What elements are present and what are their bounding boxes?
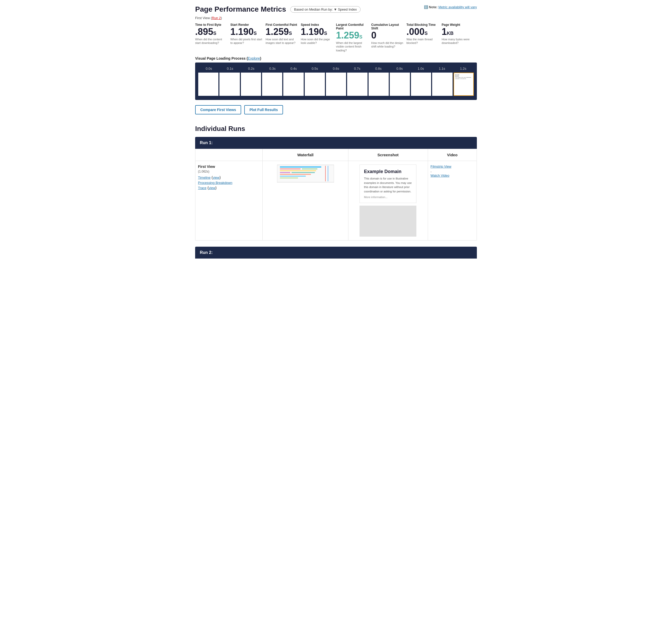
- run-1-table: Waterfall Screenshot Video First View (1…: [195, 149, 477, 241]
- col-header-waterfall: Waterfall: [262, 149, 348, 161]
- explore-link[interactable]: Explore: [248, 56, 260, 60]
- compare-row: Compare First Views Plot Full Results: [195, 105, 477, 114]
- filmstrip-frame[interactable]: [432, 72, 452, 96]
- filmstrip-time: 0.8s: [368, 67, 389, 70]
- screenshot-area: Example Domain This domain is for use in…: [351, 165, 425, 237]
- col-header-empty: [195, 149, 262, 161]
- filmstrip-time: 0.7s: [346, 67, 368, 70]
- example-domain-more: More information...: [364, 196, 412, 199]
- metric-speed-index: Speed Index 1.190S How soon did the page…: [301, 23, 336, 52]
- metrics-row: Time to First Byte .895S When did the co…: [195, 23, 477, 52]
- metric-first-contentful-paint: First Contentful Paint 1.259S How soon d…: [266, 23, 301, 52]
- screenshot-blank: [360, 206, 416, 237]
- filmstrip-time: 1.2s: [453, 67, 474, 70]
- metric-total-blocking-time: Total Blocking Time .000S Was the main t…: [407, 23, 442, 52]
- filmstrip-frame[interactable]: [198, 72, 218, 96]
- run-links-trace: Trace (view): [198, 186, 260, 190]
- processing-breakdown-link[interactable]: Processing Breakdown: [198, 181, 232, 185]
- filmstrip-view-link[interactable]: Filmstrip View: [430, 165, 474, 169]
- filmstrip-times: 0.0s0.1s0.2s0.3s0.4s0.5s0.6s0.7s0.8s0.9s…: [198, 67, 474, 70]
- filmstrip-time: 1.1s: [431, 67, 453, 70]
- filmstrip-time: 0.3s: [262, 67, 283, 70]
- run-2-header: Run 2:: [195, 247, 477, 259]
- filmstrip-time: 0.5s: [304, 67, 326, 70]
- trace-link[interactable]: Trace: [198, 186, 206, 190]
- metric-cumulative-layout-shift: Cumulative Layout Shift 0 How much did t…: [371, 23, 406, 52]
- example-domain-title: Example Domain: [364, 169, 412, 175]
- compare-first-views-button[interactable]: Compare First Views: [195, 105, 241, 114]
- first-view-info: First View (1.062s) Timeline (view) Proc…: [195, 161, 262, 240]
- visual-section: Visual Page Loading Process (Explore) 0.…: [195, 56, 477, 100]
- note-row: ℹ️ Note: Metric availability will vary: [424, 5, 477, 9]
- filmstrip-time: 0.2s: [241, 67, 262, 70]
- metric-page-weight: Page Weight 1KB How many bytes were down…: [442, 23, 477, 52]
- col-header-video: Video: [428, 149, 477, 161]
- median-badge: Based on Median Run by: ▼ Speed Index: [290, 6, 361, 13]
- filmstrip-frame[interactable]: [305, 72, 325, 96]
- filmstrip-frames[interactable]: ExampleDomainThis domain is for use in i…: [198, 72, 474, 96]
- filmstrip-time: 0.9s: [389, 67, 410, 70]
- col-header-screenshot: Screenshot: [348, 149, 428, 161]
- run-2: Run 2:: [195, 247, 477, 259]
- filmstrip-frame[interactable]: [262, 72, 282, 96]
- filmstrip-frame[interactable]: [283, 72, 303, 96]
- plot-full-results-button[interactable]: Plot Full Results: [244, 105, 283, 114]
- filmstrip-frame[interactable]: [241, 72, 261, 96]
- run-links-timeline: Timeline (view): [198, 175, 260, 179]
- filmstrip-time: 0.1s: [219, 67, 241, 70]
- filmstrip-time: 1.0s: [410, 67, 431, 70]
- video-cell: Filmstrip View - Watch Video: [428, 161, 477, 240]
- video-links: Filmstrip View - Watch Video: [430, 165, 474, 177]
- filmstrip-frame[interactable]: ExampleDomainThis domain is for use in i…: [454, 72, 474, 96]
- filmstrip-time: 0.4s: [283, 67, 304, 70]
- trace-view-link[interactable]: view: [208, 186, 215, 190]
- screenshot-main: Example Domain This domain is for use in…: [360, 165, 416, 203]
- example-domain-body: This domain is for use in illustrative e…: [364, 176, 412, 194]
- waterfall-cell: [262, 161, 348, 240]
- metric-time-to-first-byte: Time to First Byte .895S When did the co…: [195, 23, 230, 52]
- run-1-header: Run 1:: [195, 137, 477, 149]
- filmstrip-container: 0.0s0.1s0.2s0.3s0.4s0.5s0.6s0.7s0.8s0.9s…: [195, 62, 477, 100]
- metric-largest-contentful-paint: Largest Contentful Paint 1.259S When did…: [336, 23, 371, 52]
- visual-title: Visual Page Loading Process (Explore): [195, 56, 477, 60]
- run-links-processing: Processing Breakdown: [198, 181, 260, 185]
- filmstrip-frame[interactable]: [411, 72, 431, 96]
- filmstrip-frame[interactable]: [326, 72, 346, 96]
- first-view-run-link[interactable]: Run 2: [212, 16, 221, 20]
- filmstrip-frame[interactable]: [347, 72, 367, 96]
- run-info-title: First View: [198, 165, 260, 169]
- run-1: Run 1: Waterfall Screenshot Video First …: [195, 137, 477, 241]
- filmstrip-time: 0.0s: [198, 67, 219, 70]
- page-title: Page Performance Metrics: [195, 5, 286, 13]
- individual-runs-title: Individual Runs: [195, 125, 477, 133]
- table-row: First View (1.062s) Timeline (view) Proc…: [195, 161, 477, 240]
- timeline-view-link[interactable]: view: [213, 176, 219, 179]
- video-separator: -: [430, 170, 431, 174]
- screenshot-cell: Example Domain This domain is for use in…: [348, 161, 428, 240]
- timeline-link[interactable]: Timeline: [198, 176, 211, 179]
- median-metric-select[interactable]: ▼ Speed Index: [334, 7, 357, 11]
- filmstrip-frame[interactable]: [369, 72, 389, 96]
- run-info-sub: (1.062s): [198, 170, 260, 173]
- waterfall-image[interactable]: [277, 165, 334, 183]
- filmstrip-frame[interactable]: [219, 72, 240, 96]
- watch-video-link[interactable]: Watch Video: [430, 174, 474, 177]
- filmstrip-frame[interactable]: [390, 72, 410, 96]
- first-view-label: First View (Run 2): [195, 16, 477, 20]
- metric-start-render: Start Render 1.190S When did pixels firs…: [230, 23, 265, 52]
- filmstrip-time: 0.6s: [326, 67, 346, 70]
- metric-availability-link[interactable]: Metric availability will vary: [438, 5, 477, 9]
